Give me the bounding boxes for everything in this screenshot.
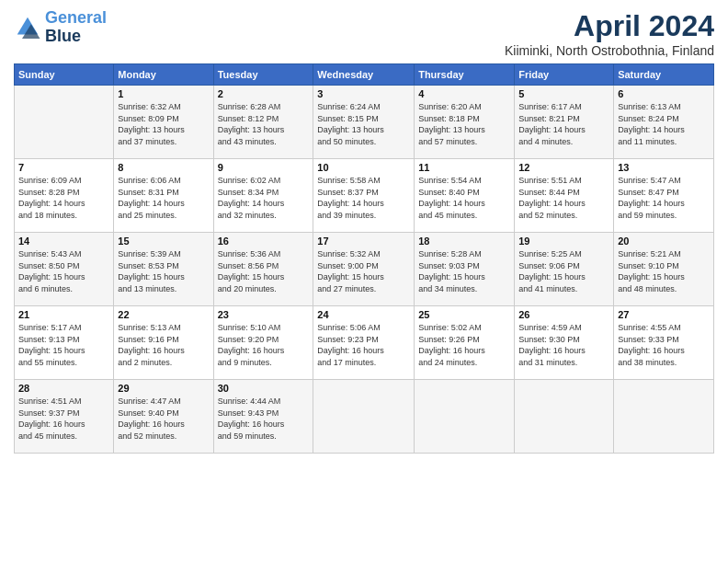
- day-cell: 24Sunrise: 5:06 AMSunset: 9:23 PMDayligh…: [313, 306, 415, 380]
- day-info: Sunrise: 5:06 AMSunset: 9:23 PMDaylight:…: [317, 322, 410, 368]
- day-cell: 4Sunrise: 6:20 AMSunset: 8:18 PMDaylight…: [415, 86, 515, 159]
- day-info: Sunrise: 6:20 AMSunset: 8:18 PMDaylight:…: [418, 101, 510, 147]
- day-info: Sunrise: 4:55 AMSunset: 9:33 PMDaylight:…: [618, 322, 710, 368]
- day-number: 16: [218, 236, 310, 247]
- month-title: April 2024: [505, 9, 714, 43]
- title-section: April 2024 Kiiminki, North Ostrobothnia,…: [505, 9, 714, 58]
- day-cell: [614, 380, 714, 454]
- day-cell: 15Sunrise: 5:39 AMSunset: 8:53 PMDayligh…: [114, 233, 213, 306]
- day-cell: [15, 86, 114, 159]
- day-number: 21: [18, 309, 109, 320]
- day-number: 19: [518, 236, 609, 247]
- day-cell: 16Sunrise: 5:36 AMSunset: 8:56 PMDayligh…: [213, 233, 313, 306]
- day-info: Sunrise: 4:51 AMSunset: 9:37 PMDaylight:…: [18, 396, 109, 442]
- day-number: 23: [218, 309, 310, 320]
- day-cell: 29Sunrise: 4:47 AMSunset: 9:40 PMDayligh…: [114, 380, 213, 454]
- day-cell: 26Sunrise: 4:59 AMSunset: 9:30 PMDayligh…: [515, 306, 614, 380]
- day-cell: 1Sunrise: 6:32 AMSunset: 8:09 PMDaylight…: [114, 86, 213, 159]
- col-wednesday: Wednesday: [313, 64, 415, 86]
- day-number: 18: [418, 236, 510, 247]
- day-number: 13: [618, 162, 710, 173]
- day-number: 1: [118, 88, 209, 99]
- day-cell: 22Sunrise: 5:13 AMSunset: 9:16 PMDayligh…: [114, 306, 213, 380]
- day-cell: 27Sunrise: 4:55 AMSunset: 9:33 PMDayligh…: [614, 306, 714, 380]
- day-number: 20: [618, 236, 710, 247]
- day-cell: 28Sunrise: 4:51 AMSunset: 9:37 PMDayligh…: [15, 380, 114, 454]
- col-monday: Monday: [114, 64, 213, 86]
- day-info: Sunrise: 5:47 AMSunset: 8:47 PMDaylight:…: [618, 175, 710, 221]
- day-number: 5: [518, 88, 609, 99]
- col-thursday: Thursday: [415, 64, 515, 86]
- day-cell: 11Sunrise: 5:54 AMSunset: 8:40 PMDayligh…: [415, 159, 515, 233]
- day-number: 25: [418, 309, 510, 320]
- day-cell: 23Sunrise: 5:10 AMSunset: 9:20 PMDayligh…: [213, 306, 313, 380]
- col-saturday: Saturday: [614, 64, 714, 86]
- day-cell: 30Sunrise: 4:44 AMSunset: 9:43 PMDayligh…: [213, 380, 313, 454]
- header-row: Sunday Monday Tuesday Wednesday Thursday…: [15, 64, 714, 86]
- day-info: Sunrise: 6:13 AMSunset: 8:24 PMDaylight:…: [618, 101, 710, 147]
- day-cell: 19Sunrise: 5:25 AMSunset: 9:06 PMDayligh…: [515, 233, 614, 306]
- day-info: Sunrise: 5:58 AMSunset: 8:37 PMDaylight:…: [317, 175, 410, 221]
- week-row-5: 28Sunrise: 4:51 AMSunset: 9:37 PMDayligh…: [15, 380, 714, 454]
- day-info: Sunrise: 6:06 AMSunset: 8:31 PMDaylight:…: [118, 175, 209, 221]
- day-cell: 13Sunrise: 5:47 AMSunset: 8:47 PMDayligh…: [614, 159, 714, 233]
- day-info: Sunrise: 5:36 AMSunset: 8:56 PMDaylight:…: [218, 248, 310, 294]
- day-cell: 20Sunrise: 5:21 AMSunset: 9:10 PMDayligh…: [614, 233, 714, 306]
- day-info: Sunrise: 5:25 AMSunset: 9:06 PMDaylight:…: [518, 248, 609, 294]
- day-cell: 7Sunrise: 6:09 AMSunset: 8:28 PMDaylight…: [15, 159, 114, 233]
- day-number: 12: [518, 162, 609, 173]
- day-info: Sunrise: 6:02 AMSunset: 8:34 PMDaylight:…: [218, 175, 310, 221]
- calendar-body: 1Sunrise: 6:32 AMSunset: 8:09 PMDaylight…: [15, 86, 714, 454]
- day-number: 4: [418, 88, 510, 99]
- col-tuesday: Tuesday: [213, 64, 313, 86]
- day-number: 14: [18, 236, 109, 247]
- day-info: Sunrise: 4:44 AMSunset: 9:43 PMDaylight:…: [218, 396, 310, 442]
- day-cell: 5Sunrise: 6:17 AMSunset: 8:21 PMDaylight…: [515, 86, 614, 159]
- day-info: Sunrise: 6:28 AMSunset: 8:12 PMDaylight:…: [218, 101, 310, 147]
- day-number: 10: [317, 162, 410, 173]
- day-cell: [515, 380, 614, 454]
- day-cell: 17Sunrise: 5:32 AMSunset: 9:00 PMDayligh…: [313, 233, 415, 306]
- day-info: Sunrise: 5:39 AMSunset: 8:53 PMDaylight:…: [118, 248, 209, 294]
- day-number: 27: [618, 309, 710, 320]
- logo: General Blue: [14, 9, 107, 46]
- day-number: 28: [18, 383, 109, 394]
- day-number: 9: [218, 162, 310, 173]
- week-row-4: 21Sunrise: 5:17 AMSunset: 9:13 PMDayligh…: [15, 306, 714, 380]
- day-cell: 10Sunrise: 5:58 AMSunset: 8:37 PMDayligh…: [313, 159, 415, 233]
- day-cell: [415, 380, 515, 454]
- day-info: Sunrise: 6:17 AMSunset: 8:21 PMDaylight:…: [518, 101, 609, 147]
- week-row-3: 14Sunrise: 5:43 AMSunset: 8:50 PMDayligh…: [15, 233, 714, 306]
- day-number: 8: [118, 162, 209, 173]
- day-info: Sunrise: 5:13 AMSunset: 9:16 PMDaylight:…: [118, 322, 209, 368]
- day-info: Sunrise: 5:28 AMSunset: 9:03 PMDaylight:…: [418, 248, 510, 294]
- col-friday: Friday: [515, 64, 614, 86]
- day-cell: 6Sunrise: 6:13 AMSunset: 8:24 PMDaylight…: [614, 86, 714, 159]
- day-info: Sunrise: 5:10 AMSunset: 9:20 PMDaylight:…: [218, 322, 310, 368]
- day-number: 7: [18, 162, 109, 173]
- day-number: 15: [118, 236, 209, 247]
- day-number: 29: [118, 383, 209, 394]
- day-number: 6: [618, 88, 710, 99]
- day-number: 30: [218, 383, 310, 394]
- day-number: 26: [518, 309, 609, 320]
- calendar: Sunday Monday Tuesday Wednesday Thursday…: [14, 63, 714, 454]
- day-info: Sunrise: 4:59 AMSunset: 9:30 PMDaylight:…: [518, 322, 609, 368]
- day-info: Sunrise: 5:17 AMSunset: 9:13 PMDaylight:…: [18, 322, 109, 368]
- day-cell: 3Sunrise: 6:24 AMSunset: 8:15 PMDaylight…: [313, 86, 415, 159]
- day-info: Sunrise: 5:32 AMSunset: 9:00 PMDaylight:…: [317, 248, 410, 294]
- day-cell: 18Sunrise: 5:28 AMSunset: 9:03 PMDayligh…: [415, 233, 515, 306]
- day-cell: 14Sunrise: 5:43 AMSunset: 8:50 PMDayligh…: [15, 233, 114, 306]
- day-number: 17: [317, 236, 410, 247]
- calendar-header: Sunday Monday Tuesday Wednesday Thursday…: [15, 64, 714, 86]
- day-cell: 9Sunrise: 6:02 AMSunset: 8:34 PMDaylight…: [213, 159, 313, 233]
- day-info: Sunrise: 4:47 AMSunset: 9:40 PMDaylight:…: [118, 396, 209, 442]
- day-cell: [313, 380, 415, 454]
- header: General Blue April 2024 Kiiminki, North …: [14, 9, 714, 58]
- day-info: Sunrise: 5:02 AMSunset: 9:26 PMDaylight:…: [418, 322, 510, 368]
- page: General Blue April 2024 Kiiminki, North …: [0, 0, 728, 563]
- location: Kiiminki, North Ostrobothnia, Finland: [505, 43, 714, 58]
- day-number: 2: [218, 88, 310, 99]
- day-info: Sunrise: 6:09 AMSunset: 8:28 PMDaylight:…: [18, 175, 109, 221]
- logo-icon: [14, 14, 41, 41]
